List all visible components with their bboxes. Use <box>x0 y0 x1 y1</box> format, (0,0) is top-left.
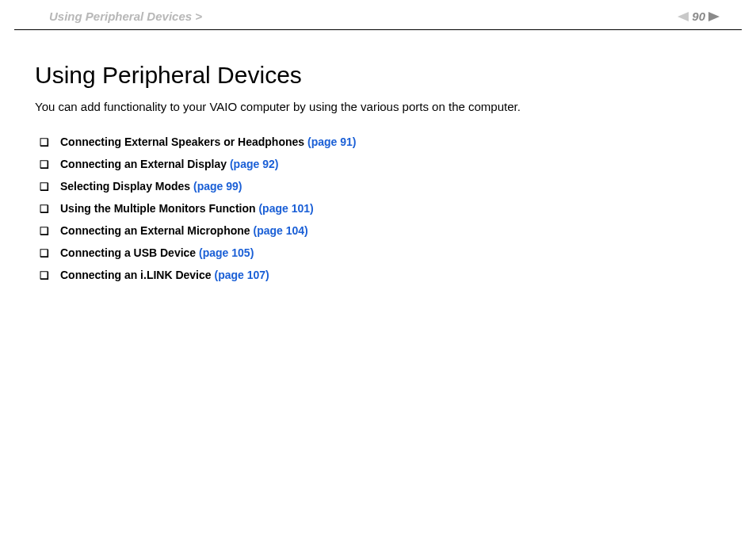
toc-item: ❑ Using the Multiple Monitors Function (… <box>40 202 721 216</box>
bullet-icon: ❑ <box>40 246 49 261</box>
page-link[interactable]: (page 105) <box>199 246 254 259</box>
toc-label: Connecting External Speakers or Headphon… <box>60 135 304 148</box>
toc-entry: Connecting External Speakers or Headphon… <box>60 135 356 148</box>
toc-entry: Using the Multiple Monitors Function (pa… <box>60 202 314 215</box>
toc-item: ❑ Connecting an External Display (page 9… <box>40 158 721 172</box>
page-number: 90 <box>692 10 705 23</box>
toc-list: ❑ Connecting External Speakers or Headph… <box>35 135 721 283</box>
svg-marker-1 <box>708 12 720 21</box>
page-link[interactable]: (page 99) <box>193 180 242 193</box>
bullet-icon: ❑ <box>40 202 49 216</box>
bullet-icon: ❑ <box>40 158 49 172</box>
toc-item: ❑ Connecting a USB Device (page 105) <box>40 246 721 261</box>
page-link[interactable]: (page 92) <box>230 158 278 170</box>
toc-entry: Connecting an External Microphone (page … <box>60 224 308 237</box>
bullet-icon: ❑ <box>40 180 49 194</box>
page-link[interactable]: (page 104) <box>253 224 307 237</box>
page-link[interactable]: (page 107) <box>214 269 269 281</box>
toc-item: ❑ Selecting Display Modes (page 99) <box>40 180 721 194</box>
bullet-icon: ❑ <box>40 224 49 238</box>
toc-item: ❑ Connecting an i.LINK Device (page 107) <box>40 269 721 283</box>
toc-label: Connecting an i.LINK Device <box>60 269 212 281</box>
toc-label: Using the Multiple Monitors Function <box>60 202 256 215</box>
toc-entry: Connecting a USB Device (page 105) <box>60 246 254 259</box>
toc-label: Selecting Display Modes <box>60 180 190 193</box>
toc-entry: Selecting Display Modes (page 99) <box>60 180 242 193</box>
toc-item: ❑ Connecting an External Microphone (pag… <box>40 224 721 238</box>
breadcrumb: Using Peripheral Devices > <box>49 10 202 23</box>
toc-label: Connecting an External Microphone <box>60 224 250 237</box>
next-arrow-icon[interactable] <box>708 12 720 21</box>
header-bar: Using Peripheral Devices > 90 <box>14 0 742 30</box>
page-title: Using Peripheral Devices <box>35 62 721 89</box>
toc-label: Connecting a USB Device <box>60 246 196 259</box>
toc-item: ❑ Connecting External Speakers or Headph… <box>40 135 721 150</box>
bullet-icon: ❑ <box>40 269 49 283</box>
toc-label: Connecting an External Display <box>60 158 227 170</box>
page-link[interactable]: (page 101) <box>258 202 313 215</box>
page-link[interactable]: (page 91) <box>307 135 356 148</box>
prev-arrow-icon[interactable] <box>678 12 689 21</box>
pager: 90 <box>678 10 720 23</box>
toc-entry: Connecting an i.LINK Device (page 107) <box>60 269 269 281</box>
toc-entry: Connecting an External Display (page 92) <box>60 158 278 170</box>
bullet-icon: ❑ <box>40 135 49 150</box>
content: Using Peripheral Devices You can add fun… <box>0 30 756 283</box>
svg-marker-0 <box>678 12 689 21</box>
intro-text: You can add functionality to your VAIO c… <box>35 100 721 113</box>
